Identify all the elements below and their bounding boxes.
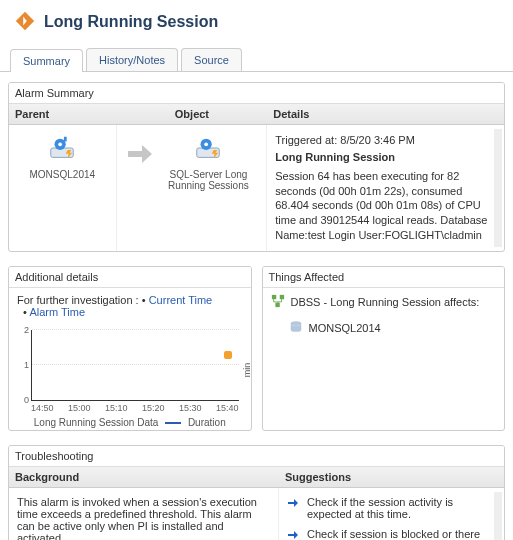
parent-cell[interactable]: MONSQL2014 [9, 125, 117, 251]
col-header-object: Object [117, 104, 268, 125]
alarm-icon [14, 10, 44, 34]
arrow-right-icon [125, 133, 155, 165]
affected-child[interactable]: MONSQL2014 [289, 320, 497, 336]
col-header-details: Details [267, 104, 504, 125]
svg-point-6 [205, 142, 209, 146]
additional-prefix: For further investigation : [17, 294, 142, 306]
parent-label: MONSQL2014 [17, 169, 108, 180]
suggestions-list: Check if the session activity is expecte… [279, 488, 504, 540]
affected-child-label: MONSQL2014 [309, 322, 381, 334]
svg-rect-8 [279, 295, 283, 299]
server-icon [47, 153, 77, 165]
things-affected-title: Things Affected [263, 267, 505, 288]
alarm-summary-title: Alarm Summary [9, 83, 504, 104]
troubleshooting-panel: Troubleshooting Background Suggestions T… [8, 445, 505, 540]
background-text: This alarm is invoked when a session's e… [9, 488, 279, 540]
x-axis-ticks: 14:5015:0015:1015:2015:3015:40 [31, 403, 239, 413]
link-current-time[interactable]: Current Time [149, 294, 213, 306]
details-body: Session 64 has been executing for 82 sec… [275, 169, 496, 243]
suggestion-1: Check if the session activity is expecte… [287, 496, 496, 520]
additional-details-panel: Additional details For further investiga… [8, 266, 252, 431]
y-axis-unit: min [242, 363, 251, 378]
affected-root[interactable]: DBSS - Long Running Session affects: [271, 294, 497, 310]
svg-point-10 [290, 321, 301, 325]
svg-point-2 [59, 142, 63, 146]
tab-strip: Summary History/Notes Source [0, 48, 513, 72]
object-label: SQL-Server Long Running Sessions [159, 169, 259, 191]
page-title: Long Running Session [44, 13, 218, 31]
duration-chart: 0 1 2 min 14:5015:0015:1015:2015:3015:40… [9, 324, 251, 430]
link-alarm-time[interactable]: Alarm Time [29, 306, 85, 318]
col-header-background: Background [9, 467, 279, 488]
additional-details-title: Additional details [9, 267, 251, 288]
details-cell: Triggered at: 8/5/20 3:46 PM Long Runnin… [267, 125, 504, 251]
object-cell[interactable]: SQL-Server Long Running Sessions [117, 125, 268, 251]
tab-source[interactable]: Source [181, 48, 242, 71]
chart-point [224, 351, 232, 359]
col-header-suggestions: Suggestions [279, 467, 504, 488]
suggestions-scrollbar[interactable] [494, 492, 502, 540]
svg-rect-7 [271, 295, 275, 299]
session-icon [193, 153, 223, 165]
affected-root-label: DBSS - Long Running Session affects: [291, 296, 480, 308]
svg-rect-3 [64, 137, 67, 142]
additional-links-row: For further investigation : • Current Ti… [9, 288, 251, 324]
suggestion-2: Check if session is blocked or there are… [287, 528, 496, 540]
chart-caption: Long Running Session Data Duration [21, 417, 239, 428]
arrow-icon [287, 528, 299, 540]
arrow-icon [287, 496, 299, 511]
details-title: Long Running Session [275, 150, 496, 165]
details-triggered: Triggered at: 8/5/20 3:46 PM [275, 133, 496, 148]
details-scrollbar[interactable] [494, 129, 502, 247]
tab-history-notes[interactable]: History/Notes [86, 48, 178, 71]
page-header: Long Running Session [0, 0, 513, 48]
things-affected-panel: Things Affected DBSS - Long Running Sess… [262, 266, 506, 431]
legend-swatch [165, 422, 181, 424]
col-header-parent: Parent [9, 104, 117, 125]
alarm-summary-panel: Alarm Summary Parent Object Details MONS… [8, 82, 505, 252]
tree-icon [271, 294, 285, 310]
tab-summary[interactable]: Summary [10, 49, 83, 72]
troubleshooting-title: Troubleshooting [9, 446, 504, 467]
database-icon [289, 320, 303, 336]
